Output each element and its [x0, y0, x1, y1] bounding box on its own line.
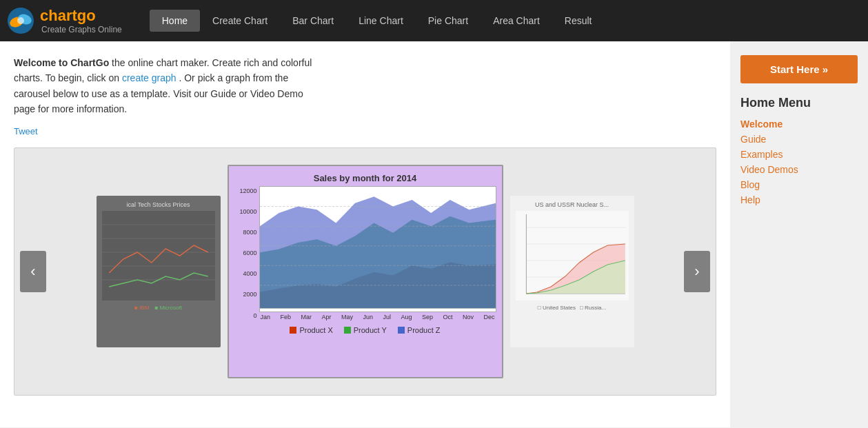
carousel-track: ical Tech Stocks Prices — [14, 165, 716, 378]
welcome-block: Welcome to ChartGo the online chart make… — [14, 55, 324, 117]
main-chart[interactable]: Sales by month for 2014 12000 10000 8000… — [228, 165, 503, 378]
xaxis-labels: JanFebMarAprMayJunJulAugSepOctNovDec — [259, 314, 496, 320]
yaxis-8000: 8000 — [234, 229, 257, 236]
menu-item-video-demos[interactable]: Video Demos — [740, 164, 858, 175]
menu-link-help[interactable]: Help — [740, 194, 760, 205]
legend-ibm: ■ IBM — [134, 305, 149, 311]
yaxis-10000: 10000 — [234, 208, 257, 215]
legend-y-dot — [344, 327, 351, 334]
legend-product-x: Product X — [290, 326, 332, 334]
create-graph-link[interactable]: create graph — [122, 72, 176, 83]
chart-body: 12000 10000 8000 6000 4000 2000 0 — [234, 186, 496, 320]
legend-z-dot — [398, 327, 405, 334]
carousel-prev-button[interactable]: ‹ — [20, 251, 46, 292]
left-chart-thumb[interactable]: ical Tech Stocks Prices — [97, 196, 221, 347]
nav-links: Home Create Chart Bar Chart Line Chart P… — [150, 10, 605, 32]
right-chart-thumb[interactable]: US and USSR Nuclear S... — [510, 196, 634, 347]
menu-link-welcome[interactable]: Welcome — [740, 119, 783, 130]
legend-z-label: Product Z — [407, 326, 441, 334]
yaxis-labels: 12000 10000 8000 6000 4000 2000 0 — [234, 186, 259, 320]
chart-svg-area — [259, 186, 496, 312]
yaxis-4000: 4000 — [234, 270, 257, 277]
legend-y-label: Product Y — [354, 326, 387, 334]
legend-ussr: □ Russia... — [580, 305, 606, 311]
right-chart-title: US and USSR Nuclear S... — [516, 201, 629, 208]
logo-chart: chart — [40, 7, 77, 24]
menu-item-help[interactable]: Help — [740, 194, 858, 205]
menu-link-video-demos[interactable]: Video Demos — [740, 164, 798, 175]
nav-link-line[interactable]: Line Chart — [346, 10, 416, 32]
carousel: ‹ ical Tech Stocks Prices — [14, 147, 716, 396]
legend-x-label: Product X — [299, 326, 332, 334]
chart-legend: Product X Product Y Product Z — [234, 326, 496, 334]
carousel-next-button[interactable]: › — [684, 251, 710, 292]
start-here-button[interactable]: Start Here — [740, 55, 858, 83]
home-menu-list: Welcome Guide Examples Video Demos Blog … — [740, 119, 858, 205]
legend-microsoft: ■ Microsoft — [154, 305, 182, 311]
legend-product-y: Product Y — [344, 326, 387, 334]
main-chart-title: Sales by month for 2014 — [234, 173, 496, 183]
tweet-link[interactable]: Tweet — [14, 126, 38, 136]
menu-item-examples[interactable]: Examples — [740, 149, 858, 160]
svg-marker-11 — [260, 196, 496, 308]
menu-item-welcome[interactable]: Welcome — [740, 119, 858, 130]
left-chart-area — [102, 211, 215, 300]
legend-product-z: Product Z — [398, 326, 441, 334]
navbar: chartgo Create Graphs Online Home Create… — [0, 0, 868, 41]
left-chart-content: ical Tech Stocks Prices — [97, 196, 221, 347]
home-menu-title: Home Menu — [740, 96, 858, 110]
right-chart-legend: □ United States □ Russia... — [516, 305, 629, 311]
menu-item-guide[interactable]: Guide — [740, 134, 858, 145]
menu-link-blog[interactable]: Blog — [740, 179, 760, 190]
welcome-bold: Welcome to ChartGo — [14, 57, 109, 68]
logo-icon — [7, 7, 34, 34]
nav-link-home[interactable]: Home — [150, 10, 200, 32]
page-body: Welcome to ChartGo the online chart make… — [0, 41, 868, 427]
main-content: Welcome to ChartGo the online chart make… — [0, 41, 730, 427]
nav-item-bar[interactable]: Bar Chart — [280, 10, 346, 32]
right-chart-area — [516, 211, 629, 300]
legend-us: □ United States — [538, 305, 576, 311]
nav-item-create[interactable]: Create Chart — [200, 10, 280, 32]
nav-item-pie[interactable]: Pie Chart — [416, 10, 481, 32]
sidebar: Start Here Home Menu Welcome Guide Examp… — [730, 41, 868, 427]
nav-item-line[interactable]: Line Chart — [346, 10, 416, 32]
logo-text: chartgo — [40, 7, 96, 24]
right-chart-content: US and USSR Nuclear S... — [510, 196, 634, 347]
menu-link-examples[interactable]: Examples — [740, 149, 783, 160]
left-chart-legend: ■ IBM ■ Microsoft — [102, 305, 215, 311]
yaxis-0: 0 — [234, 312, 257, 319]
nav-item-result[interactable]: Result — [552, 10, 605, 32]
nav-item-area[interactable]: Area Chart — [481, 10, 552, 32]
logo: chartgo Create Graphs Online — [7, 7, 122, 34]
menu-link-guide[interactable]: Guide — [740, 134, 766, 145]
nav-link-bar[interactable]: Bar Chart — [280, 10, 346, 32]
nav-item-home[interactable]: Home — [150, 10, 200, 32]
logo-go: go — [77, 7, 96, 24]
nav-link-area[interactable]: Area Chart — [481, 10, 552, 32]
svg-point-3 — [17, 17, 24, 24]
yaxis-2000: 2000 — [234, 291, 257, 298]
chart-inner: JanFebMarAprMayJunJulAugSepOctNovDec — [259, 186, 496, 320]
legend-x-dot — [290, 327, 296, 334]
nav-link-pie[interactable]: Pie Chart — [416, 10, 481, 32]
menu-item-blog[interactable]: Blog — [740, 179, 858, 190]
nav-link-result[interactable]: Result — [552, 10, 605, 32]
left-chart-title: ical Tech Stocks Prices — [102, 201, 215, 208]
yaxis-12000: 12000 — [234, 187, 257, 194]
logo-subtitle: Create Graphs Online — [41, 25, 122, 34]
nav-link-create[interactable]: Create Chart — [200, 10, 280, 32]
yaxis-6000: 6000 — [234, 249, 257, 256]
